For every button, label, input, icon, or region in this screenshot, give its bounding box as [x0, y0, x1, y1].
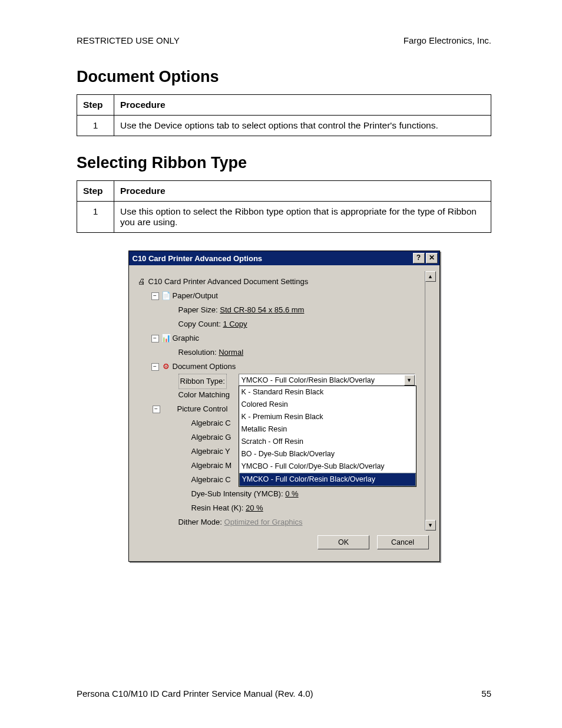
list-item[interactable]: YMCBO - Full Color/Dye-Sub Black/Overlay: [239, 460, 416, 473]
list-item[interactable]: BO - Dye-Sub Black/Overlay: [239, 448, 416, 460]
table-row: 1 Use the Device options tab to select o…: [77, 116, 491, 136]
table-ribbon-type: Step Procedure 1 Use this option to sele…: [77, 180, 491, 233]
th-step: Step: [77, 181, 114, 202]
cell-step: 1: [77, 202, 114, 233]
list-item[interactable]: Scratch - Off Resin: [239, 436, 416, 448]
list-item[interactable]: Colored Resin: [239, 398, 416, 411]
cell-procedure: Use the Device options tab to select opt…: [114, 116, 491, 136]
ribbon-type-dropdown-list[interactable]: K - Standard Resin Black Colored Resin K…: [239, 386, 416, 487]
help-button[interactable]: ?: [413, 253, 425, 263]
list-item-selected[interactable]: YMCKO - Full Color/Resin Black/Overlay: [239, 473, 416, 486]
th-procedure: Procedure: [114, 95, 491, 116]
titlebar: C10 Card Printer Advanced Options ? ✕: [129, 251, 439, 265]
tree-paper-size[interactable]: Paper Size: Std CR-80 54 x 85.6 mm: [137, 303, 436, 317]
tree-document-options[interactable]: −⚙Document Options: [137, 360, 436, 374]
tree-resin-heat[interactable]: Resin Heat (K): 20 %: [137, 501, 436, 515]
dialog-title: C10 Card Printer Advanced Options: [133, 254, 412, 263]
table-document-options: Step Procedure 1 Use the Device options …: [77, 94, 491, 136]
graphic-icon: 📊: [161, 331, 171, 345]
ok-button[interactable]: OK: [318, 535, 369, 549]
header-right: Fargo Electronics, Inc.: [404, 35, 491, 45]
tree-dither-mode[interactable]: Dither Mode: Optimized for Graphics: [137, 515, 436, 529]
chevron-down-icon[interactable]: ▼: [404, 375, 415, 386]
close-button[interactable]: ✕: [426, 253, 438, 263]
printer-icon: 🖨: [137, 275, 147, 289]
table-row: 1 Use this option to select the Ribbon t…: [77, 202, 491, 233]
paper-icon: 📄: [161, 289, 171, 303]
collapse-icon[interactable]: −: [151, 363, 159, 371]
page-number: 55: [481, 689, 491, 699]
cell-procedure: Use this option to select the Ribbon typ…: [114, 202, 491, 233]
ribbon-type-label: Ribbon Type:: [178, 374, 227, 389]
th-step: Step: [77, 95, 114, 116]
heading-selecting-ribbon-type: Selecting Ribbon Type: [77, 154, 491, 172]
tree-graphic[interactable]: −📊Graphic: [137, 331, 436, 345]
tree-root[interactable]: 🖨C10 Card Printer Advanced Document Sett…: [137, 275, 436, 289]
dialog-advanced-options: C10 Card Printer Advanced Options ? ✕ ▲ …: [128, 251, 440, 562]
tree-copy-count[interactable]: Copy Count: 1 Copy: [137, 317, 436, 331]
header-left: RESTRICTED USE ONLY: [77, 35, 180, 45]
document-options-icon: ⚙: [161, 360, 171, 374]
tree-resolution[interactable]: Resolution: Normal: [137, 345, 436, 360]
ribbon-type-dropdown[interactable]: YMCKO - Full Color/Resin Black/Overlay ▼: [239, 374, 415, 387]
cancel-button[interactable]: Cancel: [377, 535, 429, 549]
collapse-icon[interactable]: −: [151, 292, 159, 300]
heading-document-options: Document Options: [77, 68, 491, 86]
cell-step: 1: [77, 116, 114, 136]
list-item[interactable]: K - Premium Resin Black: [239, 411, 416, 423]
tree-paper-output[interactable]: −📄Paper/Output: [137, 289, 436, 303]
scrollbar[interactable]: ▲ ▼: [425, 271, 436, 531]
scroll-down-icon[interactable]: ▼: [425, 520, 436, 531]
tree-dye-sub[interactable]: Dye-Sub Intensity (YMCB): 0 %: [137, 487, 436, 501]
footer-left: Persona C10/M10 ID Card Printer Service …: [77, 689, 313, 699]
tree-ribbon-type[interactable]: Ribbon Type: YMCKO - Full Color/Resin Bl…: [137, 374, 436, 388]
list-item[interactable]: Metallic Resin: [239, 423, 416, 436]
collapse-icon[interactable]: −: [153, 406, 160, 413]
collapse-icon[interactable]: −: [151, 335, 159, 342]
th-procedure: Procedure: [114, 181, 491, 202]
scroll-up-icon[interactable]: ▲: [425, 271, 436, 282]
list-item[interactable]: K - Standard Resin Black: [239, 386, 416, 398]
